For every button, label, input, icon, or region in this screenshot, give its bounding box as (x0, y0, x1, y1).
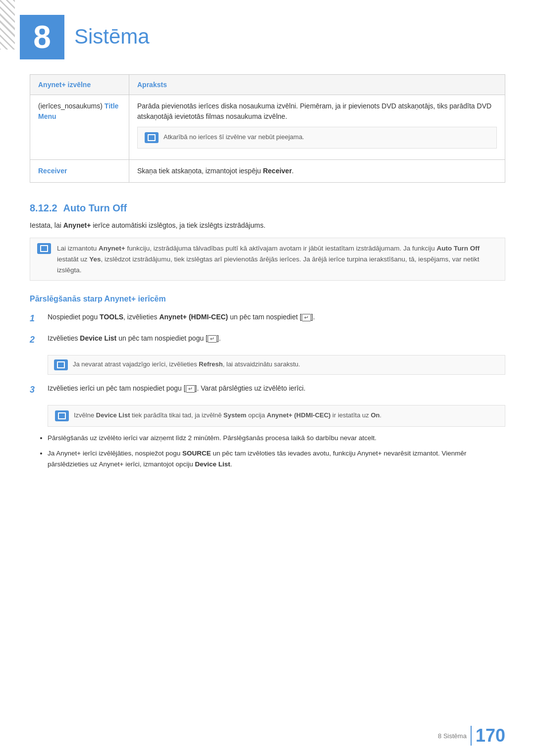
bullets-list: Pārslēgšanās uz izvēlēto ierīci var aizņ… (48, 433, 505, 470)
table-row: (ierīces_nosaukums) Title Menu Parāda pi… (30, 95, 505, 160)
table-cell-menu: (ierīces_nosaukums) Title Menu (30, 95, 129, 160)
enter-icon: ↵ (302, 314, 311, 321)
footer-page-number: 170 (476, 725, 505, 746)
note-content: Lai izmantotu Anynet+ funkciju, izstrādā… (57, 243, 498, 275)
step-2-text: Izvēlieties Device List un pēc tam nospi… (48, 333, 221, 344)
chapter-header: 8 Sistēma (0, 0, 535, 69)
menu-plain-text: (ierīces_nosaukums) (38, 102, 105, 110)
bullet-item: Pārslēgšanās uz izvēlēto ierīci var aizņ… (48, 433, 505, 444)
step-num-2: 2 (30, 333, 40, 347)
step-1: 1 Nospiediet pogu TOOLS, izvēlieties Any… (30, 311, 505, 326)
step2-note: Ja nevarat atrast vajadzīgo ierīci, izvē… (48, 355, 505, 375)
step-2: 2 Izvēlieties Device List un pēc tam nos… (30, 333, 505, 347)
steps-list-cont: 3 Izvēlieties ierīci un pēc tam nospiedi… (30, 383, 505, 397)
section-title: Auto Turn Off (63, 202, 127, 214)
table-note: Atkarībā no ierīces šī izvēlne var nebūt… (137, 127, 497, 149)
table-row: Receiver Skaņa tiek atskaņota, izmantojo… (30, 160, 505, 183)
table-cell-receiver: Receiver (30, 160, 129, 183)
bullet-item: Ja Anynet+ ierīci izvēlējāties, nospiežo… (48, 448, 505, 469)
section-number: 8.12.2 (30, 202, 57, 214)
receiver-label: Receiver (38, 167, 67, 175)
enter-icon: ↵ (208, 335, 217, 343)
intro-text: Iestata, lai (30, 221, 63, 229)
step-3-text: Izvēlieties ierīci un pēc tam nospiediet… (48, 383, 306, 394)
step-1-text: Nospiediet pogu TOOLS, izvēlieties Anyne… (48, 311, 315, 322)
note-icon (55, 410, 69, 421)
table-cell-desc2: Skaņa tiek atskaņota, izmantojot iespēju… (129, 160, 505, 183)
step-num-3: 3 (30, 383, 40, 397)
desc1-text: Parāda pievienotās ierīces diska nosauku… (137, 102, 491, 120)
page-footer: 8 Sistēma 170 (438, 725, 505, 746)
subsection-heading: Pārslēgšanās starp Anynet+ ierīcēm (30, 295, 505, 303)
step2-note-text: Ja nevarat atrast vajadzīgo ierīci, izvē… (73, 359, 300, 369)
desc2-suffix: . (292, 167, 294, 175)
table-cell-desc1: Parāda pievienotās ierīces diska nosauku… (129, 95, 505, 160)
intro-bold: Anynet+ (63, 221, 91, 229)
section-intro: Iestata, lai Anynet+ ierīce automātiski … (30, 220, 505, 231)
chapter-number: 8 (20, 15, 64, 59)
desc2-bold: Receiver (263, 167, 292, 175)
main-content: Anynet+ izvēlne Apraksts (ierīces_nosauk… (0, 69, 535, 494)
step-num-1: 1 (30, 311, 40, 326)
step-3: 3 Izvēlieties ierīci un pēc tam nospiedi… (30, 383, 505, 397)
intro-rest: ierīce automātiski izslēgtos, ja tiek iz… (91, 221, 265, 229)
auto-turn-off-note: Lai izmantotu Anynet+ funkciju, izstrādā… (30, 238, 505, 281)
steps-list: 1 Nospiediet pogu TOOLS, izvēlieties Any… (30, 311, 505, 347)
section-heading-8122: 8.12.2 Auto Turn Off (30, 202, 505, 214)
chapter-title: Sistēma (74, 15, 150, 49)
table-header-col1: Anynet+ izvēlne (30, 75, 129, 95)
footer-divider (471, 726, 472, 746)
step3-note-text: Izvēlne Device List tiek parādīta tikai … (74, 410, 381, 420)
footer-chapter-label: 8 Sistēma (438, 732, 467, 740)
desc2-prefix: Skaņa tiek atskaņota, izmantojot iespēju (137, 167, 263, 175)
note-icon (37, 243, 51, 254)
note-text: Atkarībā no ierīces šī izvēlne var nebūt… (163, 132, 304, 142)
enter-icon: ↵ (186, 385, 195, 393)
note-icon (145, 132, 159, 143)
step3-note: Izvēlne Device List tiek parādīta tikai … (48, 405, 505, 427)
note-icon (54, 359, 68, 370)
stripe-decoration (0, 0, 15, 50)
table-header-col2: Apraksts (129, 75, 505, 95)
anynet-table: Anynet+ izvēlne Apraksts (ierīces_nosauk… (30, 74, 505, 183)
